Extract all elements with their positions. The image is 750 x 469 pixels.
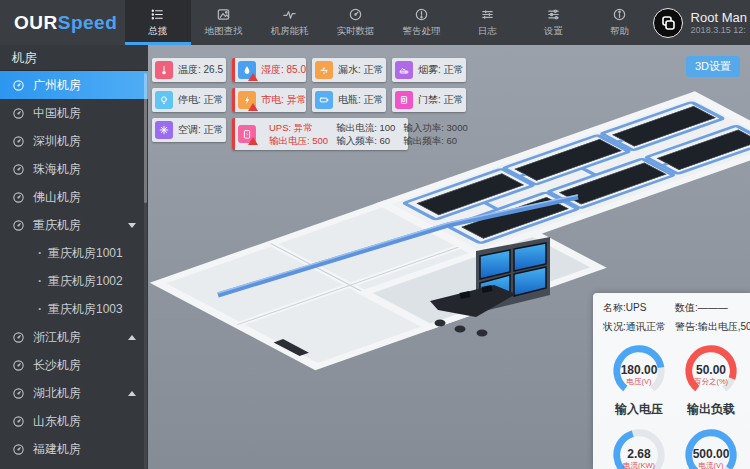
sidebar-item-guangzhou[interactable]: 广州机房: [0, 71, 148, 99]
sidebar-item-zhuhai[interactable]: 珠海机房: [0, 155, 148, 183]
tab-label: 帮助: [610, 25, 629, 38]
room-gauge-icon: [12, 415, 25, 428]
help-icon: [612, 7, 627, 22]
sidebar-item-label: 浙江机房: [33, 329, 81, 346]
badge-ups[interactable]: UPS: 异常 输出电压: 500 输出电流: 100 输入频率: 60 输入功…: [232, 118, 408, 150]
sidebar-subitem-label: 重庆机房1003: [48, 301, 123, 318]
badge-humidity[interactable]: 湿度: 85.0: [232, 58, 306, 82]
badge-row: 空调: 正常 UPS: 异常 输出电压: 500 输出电流: 100 输入频率:…: [152, 118, 466, 150]
tab-label: 机房能耗: [271, 25, 309, 38]
sidebar-subitem-chongqing-1001[interactable]: 重庆机房1001: [0, 239, 148, 267]
sidebar-item-fujian[interactable]: 福建机房: [0, 435, 148, 463]
sidebar-subitem-chongqing-1002[interactable]: 重庆机房1002: [0, 267, 148, 295]
alert-icon: [414, 7, 429, 22]
sidebar-item-shenzhen[interactable]: 深圳机房: [0, 127, 148, 155]
sidebar-item-changsha[interactable]: 长沙机房: [0, 351, 148, 379]
sidebar-item-zhejiang[interactable]: 浙江机房: [0, 323, 148, 351]
sidebar-item-foshan[interactable]: 佛山机房: [0, 183, 148, 211]
user-avatar[interactable]: [653, 8, 683, 38]
tab-label: 警告处理: [403, 25, 441, 38]
room-gauge-icon: [12, 443, 25, 456]
tab-map-search[interactable]: 地图查找: [191, 0, 257, 45]
tab-label: 实时数据: [337, 25, 375, 38]
badge-text: 电瓶: 正常: [338, 93, 384, 107]
sidebar-item-label: 广州机房: [33, 77, 81, 94]
warning-icon: [248, 73, 258, 81]
settings-sliders-icon: [546, 7, 561, 22]
gauge-unit: 电压(V): [610, 377, 668, 387]
badge-text: 市电: 异常: [261, 93, 307, 107]
badge-text: 空调: 正常: [178, 123, 224, 137]
brand-secondary: Speed: [58, 12, 118, 34]
room-gauge-icon: [12, 135, 25, 148]
sidebar-item-label: 中国机房: [33, 105, 81, 122]
tab-settings[interactable]: 设置: [521, 0, 587, 45]
door-icon: [395, 91, 413, 109]
user-menu[interactable]: Root Man 2018.3.15 12:: [653, 0, 750, 45]
sidebar-scrollbar-thumb[interactable]: [144, 73, 147, 203]
battery-icon: [315, 91, 333, 109]
gauge-output-voltage: 500.00 电流(V) 输出电压: [675, 426, 747, 469]
room-gauge-icon: [12, 79, 25, 92]
badge-air-conditioning[interactable]: 空调: 正常: [152, 118, 226, 142]
gauge-label: 输入电压: [603, 401, 675, 418]
badge-smoke[interactable]: 烟雾: 正常: [392, 58, 466, 82]
sidebar-title: 机房: [0, 45, 148, 71]
sidebar-item-label: 湖北机房: [33, 385, 81, 402]
badge-text: 停电: 正常: [178, 93, 224, 107]
room-gauge-icon: [12, 219, 25, 232]
energy-wave-icon: [282, 7, 297, 22]
sidebar-item-zhongguo[interactable]: 中国机房: [0, 99, 148, 127]
badge-power-outage[interactable]: 停电: 正常: [152, 88, 226, 112]
sidebar-item-hubei[interactable]: 湖北机房: [0, 379, 148, 407]
user-datetime: 2018.3.15 12:: [691, 25, 747, 35]
sidebar-subitem-chongqing-1003[interactable]: 重庆机房1003: [0, 295, 148, 323]
badge-access-control[interactable]: 门禁: 正常: [392, 88, 466, 112]
gauge-unit: 电流(V): [682, 461, 740, 469]
tab-overview[interactable]: 总揽: [125, 0, 191, 45]
tab-realtime[interactable]: 实时数据: [323, 0, 389, 45]
tab-energy[interactable]: 机房能耗: [257, 0, 323, 45]
gauge-ring: 50.00 百分之(%): [682, 342, 740, 400]
tab-help[interactable]: 帮助: [587, 0, 653, 45]
status-badges: 温度: 26.5 湿度: 85.0 漏水: 正常: [152, 58, 466, 150]
device-status: 状况:通讯正常: [603, 320, 675, 334]
badge-temperature[interactable]: 温度: 26.5: [152, 58, 226, 82]
device-warning: 警告:输出电压,500.00,200: [675, 320, 750, 334]
gauge-value: 500.00: [682, 447, 740, 461]
tab-logs[interactable]: 日志: [455, 0, 521, 45]
avatar-logo-icon: [659, 14, 677, 32]
list-icon: [150, 7, 165, 22]
gauge-grid: 180.00 电压(V) 输入电压 50.00: [603, 342, 750, 469]
caret-up-icon[interactable]: [128, 391, 136, 396]
top-bar: OURSpeed 总揽 地图查找 机房能耗 实时数据 警告处理: [0, 0, 750, 45]
gauge-unit: 电流(KW): [610, 461, 668, 469]
badge-mains-power[interactable]: 市电: 异常: [232, 88, 306, 112]
device-info-panel: 名称:UPS 数值:——— 状况:通讯正常 警告:输出电压,500.00,200: [593, 293, 750, 469]
sidebar-item-label: 珠海机房: [33, 161, 81, 178]
badge-water-leak[interactable]: 漏水: 正常: [312, 58, 386, 82]
badge-battery[interactable]: 电瓶: 正常: [312, 88, 386, 112]
tab-alerts[interactable]: 警告处理: [389, 0, 455, 45]
gauge-value: 50.00: [682, 363, 740, 377]
caret-up-icon[interactable]: [128, 335, 136, 340]
main-stage: 3D设置 温度: 26.5 湿度: 85.0: [148, 45, 750, 469]
sidebar-item-chongqing[interactable]: 重庆机房: [0, 211, 148, 239]
badge-text: 漏水: 正常: [338, 63, 384, 77]
caret-down-icon[interactable]: [128, 223, 136, 228]
device-name: 名称:UPS: [603, 301, 675, 315]
gauge-output-load: 50.00 百分之(%) 输出负载: [675, 342, 747, 418]
sidebar-subitem-label: 重庆机房1002: [48, 273, 123, 290]
bulb-icon: [155, 91, 173, 109]
sidebar-item-label: 佛山机房: [33, 189, 81, 206]
3d-settings-button[interactable]: 3D设置: [686, 56, 740, 77]
sidebar-scrollbar[interactable]: [144, 73, 147, 469]
brand-logo: OURSpeed: [0, 0, 125, 45]
room-gauge-icon: [12, 387, 25, 400]
tab-label: 设置: [544, 25, 563, 38]
sidebar-item-label: 深圳机房: [33, 133, 81, 150]
badge-text: 烟雾: 正常: [418, 63, 464, 77]
app-root: OURSpeed 总揽 地图查找 机房能耗 实时数据 警告处理: [0, 0, 750, 469]
sidebar-item-shandong[interactable]: 山东机房: [0, 407, 148, 435]
droplet-icon: [238, 61, 256, 79]
